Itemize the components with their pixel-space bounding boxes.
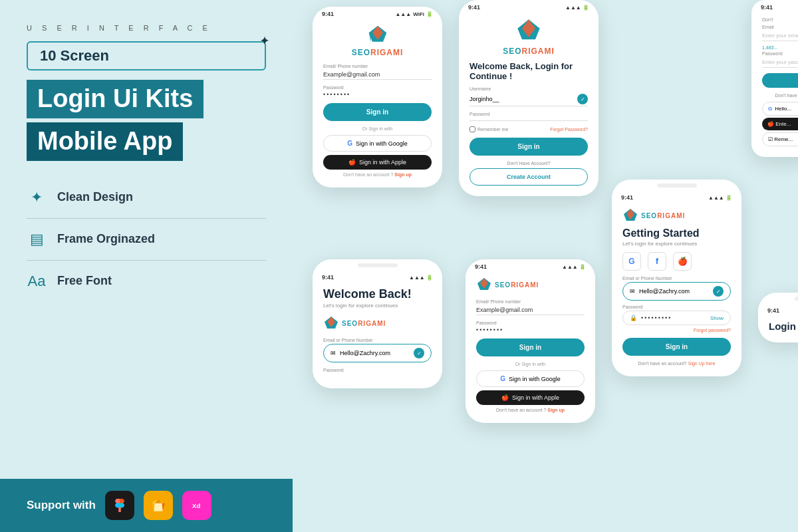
xd-badge: Xd (182, 491, 211, 520)
phone1-signin-btn[interactable]: Sign in (323, 103, 432, 121)
phone6-dont-label: Don't (762, 17, 798, 22)
phone5-status: 9:41 ▲▲▲ 🔋 (612, 190, 741, 202)
phone6-email-input[interactable]: Enter your email (762, 31, 798, 41)
phone5-notch (657, 184, 697, 188)
phone3-signin-btn[interactable]: Sign in (469, 138, 588, 156)
feature-item-clean-design: ✦ Clean Design (27, 189, 266, 219)
phone5-social-row: G f 🍎 (622, 252, 731, 271)
phone2-brand: SEORIGAMI (342, 320, 386, 327)
phone-6: 9:41 ▲▲▲ 🔋 Don't Email Enter your email … (751, 0, 798, 157)
sketch-badge (144, 491, 173, 520)
feature-item-frame: ▤ Frame Orginazed (27, 231, 266, 261)
phone-4: 9:41 ▲▲▲ 🔋 SEORIGAMI Email/ Phone number… (466, 259, 595, 423)
phone2-email-input-wrapper[interactable]: ✉ Hello@Zachry.com ✓ (323, 344, 432, 362)
phone1-or-divider: Or Sign in with (323, 126, 432, 131)
phone2-email-value: Hello@Zachry.com (340, 350, 410, 356)
phone2-email-label: Email or Phone Number (323, 338, 432, 342)
phone7-title: Login Account (769, 321, 798, 332)
phone7-status: 9:41 ▲▲▲ 🔋 (758, 303, 798, 315)
phone-7: 9:41 ▲▲▲ 🔋 Login Account (758, 293, 798, 342)
phone2-email-group: Email or Phone Number ✉ Hello@Zachry.com… (323, 338, 432, 362)
phone3-forgot-link[interactable]: Forgot Password? (550, 127, 588, 132)
phone3-dont-have: Don't Have Account? (469, 161, 588, 166)
phone1-password-input[interactable]: •••••••• (323, 91, 432, 98)
phone5-brand: SEORIGAMI (641, 212, 685, 219)
phone5-status-icons: ▲▲▲ 🔋 (708, 195, 732, 201)
phone5-apple-social[interactable]: 🍎 (673, 252, 692, 271)
phone5-show-btn[interactable]: Show (710, 315, 724, 321)
phone3-username-value[interactable]: Jorginho__ (469, 96, 577, 102)
phone5-forgot-link[interactable]: Forgot password? (622, 328, 731, 332)
phone2-title: Welcome Back! (323, 287, 432, 301)
feature-item-font: Aa Free Font (27, 273, 266, 302)
phone6-email-label: Email (762, 25, 798, 29)
phone4-signup-link[interactable]: Sign up (547, 408, 565, 412)
phone1-status: 9:41 ▲▲▲ WiFi 🔋 (313, 7, 442, 19)
phone1-time: 9:41 (322, 11, 334, 17)
phone5-facebook-social[interactable]: f (648, 252, 666, 271)
phone5-password-row[interactable]: 🔒 ••••••••• Show (622, 311, 731, 325)
phone6-remember-partial[interactable]: ☑ Reme... (762, 132, 798, 146)
phone2-check-icon: ✓ (414, 348, 424, 358)
phone5-password-label: Password (622, 305, 731, 309)
phone5-subtitle: Let's login for explore continues (622, 241, 731, 247)
phone2-status-icons: ▲▲▲ 🔋 (409, 275, 433, 281)
phone3-username-label: Username (469, 86, 588, 91)
phone1-email-input[interactable]: Example@gmail.com (323, 70, 432, 80)
phone2-status: 9:41 ▲▲▲ 🔋 (313, 270, 442, 282)
phone3-check-icon: ✓ (577, 94, 588, 104)
phone3-password-input[interactable] (469, 118, 588, 121)
phone6-time: 9:41 (761, 4, 773, 11)
font-label: Free Font (57, 274, 112, 288)
phone2-password-label: Password (323, 368, 432, 372)
phone4-brand: SEORIGAMI (495, 281, 539, 289)
phone6-content: Don't Email Enter your email 1,483... Pa… (751, 12, 798, 157)
phone7-notch (795, 297, 798, 301)
phone4-password-input[interactable]: •••••••• (476, 327, 585, 333)
phone5-dont-have: Don't have an account? Sign Up here (622, 361, 731, 366)
title-line1: Login Ui Kits (27, 80, 203, 118)
phone3-time: 9:41 (468, 4, 480, 11)
phone6-password-input[interactable]: Enter your password (762, 57, 798, 68)
phone5-title: Getting Started (622, 227, 731, 239)
phone6-apple-partial[interactable]: 🍎 Ente... (762, 118, 798, 130)
title-block: Login Ui Kits Mobile App (27, 80, 266, 161)
phone1-signup-link[interactable]: Sign up (394, 172, 412, 177)
phone5-signin-btn[interactable]: Sign in (622, 338, 731, 356)
phone7-time: 9:41 (767, 307, 779, 314)
phone3-remember-checkbox[interactable] (469, 126, 475, 132)
phone4-status: 9:41 ▲▲▲ 🔋 (466, 259, 595, 271)
phone4-time: 9:41 (475, 263, 487, 270)
phone4-signin-btn[interactable]: Sign in (476, 338, 585, 356)
phone5-content: SEORIGAMI Getting Started Let's login fo… (612, 202, 741, 376)
phone4-apple-btn[interactable]: 🍎 Sign in with Apple (476, 390, 585, 405)
phone6-dont-have: Don't have an account? Sign up (762, 93, 798, 98)
phone4-email-input[interactable]: Example@gmail.com (476, 305, 585, 315)
phone3-remember-label: Remember me (469, 126, 508, 132)
phone1-apple-btn[interactable]: 🍎 Sign in with Apple (323, 155, 432, 170)
phone1-google-btn[interactable]: G Sign in with Google (323, 135, 432, 152)
phone3-username-row: Jorginho__ ✓ (469, 92, 588, 106)
phone6-signin-btn[interactable]: Sign In (762, 73, 798, 88)
phone2-logo-icon (323, 315, 339, 331)
phone3-create-btn[interactable]: Create Account (469, 168, 588, 186)
title-line2: Mobile App (27, 122, 183, 161)
support-text: Support with (27, 499, 96, 512)
phone5-password-dots: ••••••••• (641, 315, 706, 321)
phone5-signup-link[interactable]: Sign Up here (688, 361, 716, 366)
phone4-google-btn[interactable]: G Sign in with Google (476, 370, 585, 387)
phone1-brand: SEORIGAMI (323, 48, 432, 57)
phone6-google-partial[interactable]: G Hello... (762, 102, 798, 116)
features-list: ✦ Clean Design ▤ Frame Orginazed Aa Free… (27, 189, 266, 302)
phone3-password-group: Password (469, 112, 588, 121)
phone3-status-icons: ▲▲▲ 🔋 (565, 5, 589, 11)
phone1-dont-have: Don't have an account ? Sign up (323, 172, 432, 177)
phone5-google-social[interactable]: G (622, 252, 641, 271)
phone6-email-count: 1,483... (762, 45, 798, 50)
phone3-welcome: Welcome Back, Login for Continue ! (469, 61, 588, 81)
phone5-email-value: Hello@Zachry.com (639, 288, 709, 295)
phone5-email-input-wrapper[interactable]: ✉ Hello@Zachry.com ✓ (622, 282, 731, 301)
phone-5: 9:41 ▲▲▲ 🔋 SEORIGAMI Getting Started Let… (612, 180, 741, 376)
phone2-time: 9:41 (322, 274, 334, 281)
phone4-password-group: Password •••••••• (476, 321, 585, 333)
